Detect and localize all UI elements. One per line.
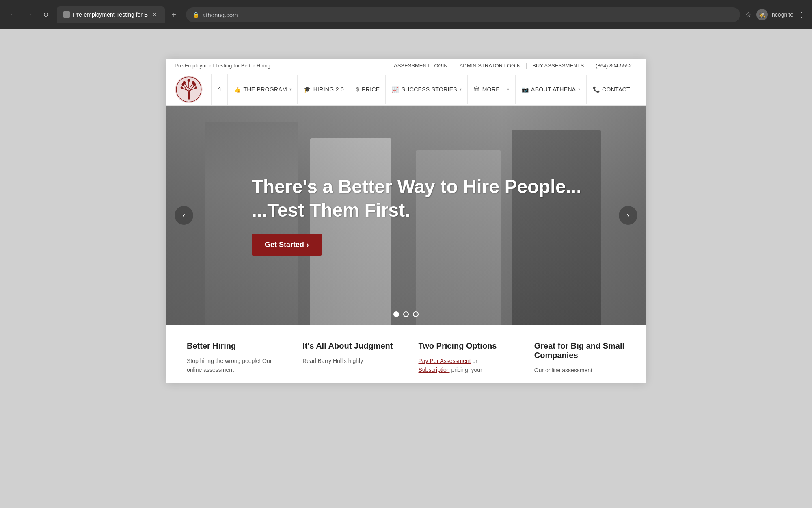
- hero-line-2: ...Test Them First.: [252, 199, 581, 222]
- pricing-text-after: pricing, your: [451, 367, 482, 373]
- nav-item-price[interactable]: $ PRICE: [350, 75, 386, 104]
- reload-button[interactable]: ↻: [39, 8, 52, 21]
- nav-label-program: THE PROGRAM: [244, 86, 287, 93]
- bottom-card-pricing: Two Pricing Options Pay Per Assessment o…: [406, 341, 522, 375]
- main-nav: ⌂ 👍 THE PROGRAM ▾ 🎓 HIRING 2.0: [166, 73, 646, 106]
- nav-link-more[interactable]: 🏛 MORE... ▾: [468, 75, 515, 104]
- lock-icon: 🔒: [192, 11, 199, 18]
- browser-tab[interactable]: Pre-employment Testing for B ✕: [57, 6, 165, 23]
- incognito-label: Incognito: [770, 11, 793, 18]
- subscription-link[interactable]: Subscription: [419, 367, 450, 373]
- top-bar-links: ASSESSMENT LOGIN ADMINISTRATOR LOGIN BUY…: [388, 63, 637, 69]
- phone-link[interactable]: (864) 804-5552: [590, 63, 637, 69]
- nav-link-success[interactable]: 📈 SUCCESS STORIES ▾: [386, 75, 468, 104]
- nav-item-home[interactable]: ⌂: [211, 74, 228, 105]
- tab-title: Pre-employment Testing for B: [73, 11, 148, 18]
- browser-actions: ☆ 🕵 Incognito ⋮: [745, 9, 806, 20]
- get-started-button[interactable]: Get Started ›: [252, 234, 322, 256]
- hero-line-1: There's a Better Way to Hire People...: [252, 175, 581, 199]
- back-button[interactable]: ←: [6, 8, 19, 21]
- svg-rect-2: [188, 92, 190, 100]
- nav-item-success[interactable]: 📈 SUCCESS STORIES ▾: [386, 75, 468, 104]
- nav-label-success: SUCCESS STORIES: [402, 86, 457, 93]
- incognito-avatar: 🕵: [756, 9, 768, 20]
- bottom-section: Better Hiring Stop hiring the wrong peop…: [166, 325, 646, 383]
- nav-item-more[interactable]: 🏛 MORE... ▾: [468, 75, 515, 104]
- incognito-button[interactable]: 🕵 Incognito: [756, 9, 793, 20]
- nav-item-program[interactable]: 👍 THE PROGRAM ▾: [228, 75, 298, 104]
- card-title-judgment: It's All About Judgment: [302, 341, 393, 351]
- bottom-card-judgment: It's All About Judgment Read Barry Hull'…: [290, 341, 406, 375]
- home-icon: ⌂: [217, 85, 222, 93]
- hero-content: There's a Better Way to Hire People... .…: [252, 175, 581, 256]
- prev-arrow-icon: ‹: [182, 210, 185, 221]
- tab-close-button[interactable]: ✕: [151, 11, 158, 18]
- slider-next-button[interactable]: ›: [619, 206, 637, 225]
- cta-label: Get Started: [265, 241, 304, 249]
- tab-favicon: [63, 11, 70, 18]
- url-text: athenaq.com: [203, 11, 238, 18]
- card-title-companies: Great for Big and Small Companies: [534, 341, 625, 360]
- slider-dot-2[interactable]: [403, 311, 409, 317]
- menu-icon[interactable]: ⋮: [798, 10, 806, 19]
- slider-prev-button[interactable]: ‹: [175, 206, 193, 225]
- svg-point-12: [183, 81, 186, 84]
- about-arrow-icon: ▾: [578, 87, 580, 91]
- card-title-pricing: Two Pricing Options: [419, 341, 510, 351]
- hero-slider: There's a Better Way to Hire People... .…: [166, 106, 646, 325]
- new-tab-button[interactable]: +: [171, 10, 176, 20]
- logo-link[interactable]: [175, 75, 203, 104]
- pricing-text-mid: or: [473, 358, 477, 364]
- card-text-better-hiring: Stop hiring the wrong people! Our online…: [187, 356, 278, 375]
- nav-label-more: MORE...: [482, 86, 505, 93]
- nav-item-about[interactable]: 📷 ABOUT ATHENA ▾: [516, 75, 587, 104]
- site-wrapper: Pre-Employment Testing for Better Hiring…: [166, 59, 646, 383]
- nav-link-price[interactable]: $ PRICE: [350, 75, 386, 104]
- nav-link-home[interactable]: ⌂: [211, 74, 228, 105]
- nav-link-program[interactable]: 👍 THE PROGRAM ▾: [228, 75, 298, 104]
- svg-point-14: [195, 86, 197, 89]
- forward-button[interactable]: →: [23, 8, 36, 21]
- nav-label-hiring: HIRING 2.0: [313, 86, 344, 93]
- nav-menu: ⌂ 👍 THE PROGRAM ▾ 🎓 HIRING 2.0: [211, 74, 637, 105]
- svg-point-15: [192, 81, 195, 84]
- bottom-card-better-hiring: Better Hiring Stop hiring the wrong peop…: [175, 341, 290, 375]
- next-arrow-icon: ›: [626, 210, 629, 221]
- nav-item-hiring[interactable]: 🎓 HIRING 2.0: [298, 75, 350, 104]
- building-icon: 🏛: [474, 86, 479, 93]
- nav-item-contact[interactable]: 📞 CONTACT: [587, 75, 636, 104]
- camera-icon: 📷: [522, 86, 529, 93]
- card-text-companies: Our online assessment: [534, 366, 625, 375]
- nav-link-about[interactable]: 📷 ABOUT ATHENA ▾: [516, 75, 587, 104]
- browser-chrome: ← → ↻ Pre-employment Testing for B ✕ + 🔒…: [0, 0, 812, 29]
- top-bar: Pre-Employment Testing for Better Hiring…: [166, 59, 646, 73]
- assessment-login-link[interactable]: ASSESSMENT LOGIN: [388, 63, 454, 69]
- address-bar[interactable]: 🔒 athenaq.com: [186, 7, 740, 22]
- bottom-card-companies: Great for Big and Small Companies Our on…: [522, 341, 637, 375]
- nav-link-contact[interactable]: 📞 CONTACT: [587, 75, 636, 104]
- cta-arrow-icon: ›: [307, 241, 309, 249]
- slider-dot-3[interactable]: [413, 311, 419, 317]
- card-text-pricing: Pay Per Assessment or Subscription prici…: [419, 356, 510, 375]
- top-bar-tagline: Pre-Employment Testing for Better Hiring: [175, 63, 270, 69]
- nav-label-contact: CONTACT: [602, 86, 630, 93]
- slider-dots: [393, 311, 419, 317]
- pay-per-assessment-link[interactable]: Pay Per Assessment: [419, 358, 471, 364]
- browser-nav-controls: ← → ↻: [6, 8, 52, 21]
- buy-assessments-link[interactable]: BUY ASSESSMENTS: [527, 63, 590, 69]
- hero-headline: There's a Better Way to Hire People... .…: [252, 175, 581, 222]
- bookmark-icon[interactable]: ☆: [745, 10, 752, 19]
- nav-label-price: PRICE: [362, 86, 380, 93]
- more-arrow-icon: ▾: [507, 87, 509, 91]
- graduation-icon: 🎓: [304, 86, 311, 93]
- nav-label-about: ABOUT ATHENA: [531, 86, 576, 93]
- nav-link-hiring[interactable]: 🎓 HIRING 2.0: [298, 75, 350, 104]
- card-text-judgment: Read Barry Hull's highly: [302, 356, 393, 365]
- logo-image: [175, 75, 203, 104]
- chart-icon: 📈: [392, 86, 399, 93]
- svg-point-11: [181, 86, 183, 89]
- slider-dot-1[interactable]: [393, 311, 399, 317]
- svg-point-16: [188, 79, 190, 82]
- admin-login-link[interactable]: ADMINISTRATOR LOGIN: [454, 63, 527, 69]
- dollar-icon: $: [356, 86, 359, 93]
